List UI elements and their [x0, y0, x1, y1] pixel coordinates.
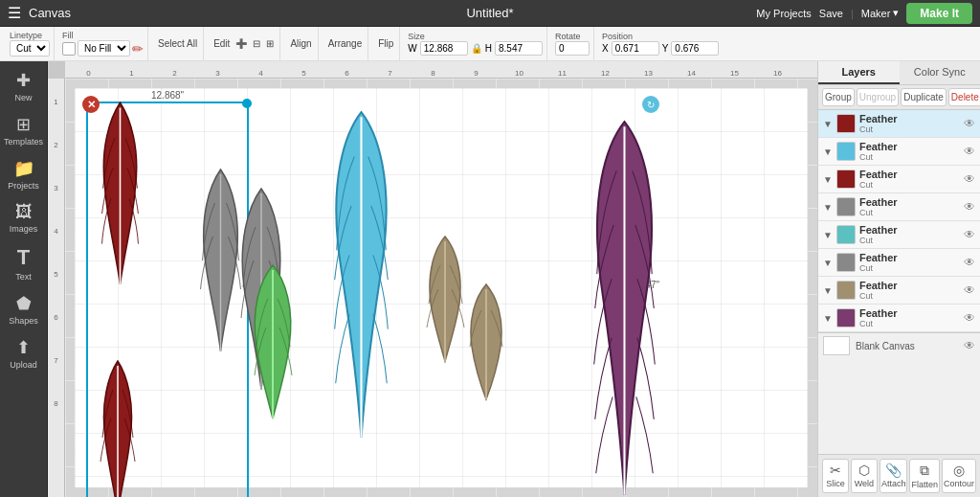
weld-label: Weld [855, 479, 874, 488]
blank-canvas-eye-icon[interactable]: 👁 [964, 339, 975, 352]
panel-tabs: Layers Color Sync [818, 61, 980, 85]
sidebar-label-images: Images [10, 224, 38, 234]
feather-purple[interactable] [582, 117, 668, 497]
sidebar-item-upload[interactable]: ⬆ Upload [3, 332, 45, 374]
layer-name: Feather [859, 169, 960, 180]
canvas-area[interactable]: 0 1 2 3 4 5 6 7 8 9 10 11 12 13 14 15 16 [48, 61, 817, 497]
edit-minus-icon[interactable]: ⊟ [251, 36, 262, 51]
upload-icon: ⬆ [16, 337, 31, 358]
layer-item[interactable]: ▼ Feather Cut 👁 [818, 138, 980, 166]
close-button[interactable]: ✕ [82, 96, 100, 113]
hamburger-icon[interactable]: ☰ [8, 4, 21, 22]
eye-icon[interactable]: 👁 [964, 172, 975, 186]
delete-button[interactable]: Delete [948, 88, 980, 106]
layer-item[interactable]: ▼ Feather Cut 👁 [818, 110, 980, 138]
layer-item[interactable]: ▼ Feather Cut 👁 [818, 305, 980, 332]
eye-icon[interactable]: 👁 [964, 228, 975, 241]
eye-icon[interactable]: 👁 [964, 200, 975, 214]
tab-color-sync[interactable]: Color Sync [900, 61, 981, 84]
layer-name: Feather [859, 252, 960, 263]
edit-grid-icon[interactable]: ⊞ [264, 36, 276, 51]
sidebar-item-images[interactable]: 🖼 Images [3, 197, 45, 238]
toolbar-group-flip: Flip [372, 27, 400, 60]
sidebar-item-projects[interactable]: 📁 Projects [3, 153, 45, 195]
layer-item[interactable]: ▼ Feather Cut 👁 [818, 193, 980, 221]
maker-button[interactable]: Maker ▾ [861, 7, 900, 19]
linetype-select[interactable]: Cut [10, 40, 50, 56]
contour-button[interactable]: ◎ Contour [942, 459, 976, 493]
layer-item[interactable]: ▼ Feather Cut 👁 [818, 166, 980, 193]
feather-taupe-2[interactable] [462, 280, 510, 404]
edit-plus-icon[interactable]: ➕ [234, 36, 249, 51]
attach-button[interactable]: 📎 Attach [880, 459, 908, 493]
feather-teal[interactable] [247, 260, 300, 423]
fill-select[interactable]: No Fill [78, 40, 130, 56]
position-x-input[interactable] [612, 41, 659, 56]
white-canvas[interactable]: ✕ ↻ 12.868" 8.547" [75, 88, 808, 487]
layer-info: Feather Cut [859, 113, 960, 134]
my-projects-button[interactable]: My Projects [756, 8, 811, 19]
eye-icon[interactable]: 👁 [964, 256, 975, 269]
attach-icon: 📎 [885, 463, 902, 478]
sidebar-item-templates[interactable]: ⊞ Templates [3, 109, 45, 151]
lock-icon[interactable]: 🔒 [471, 43, 482, 54]
eye-icon[interactable]: 👁 [964, 117, 975, 130]
save-button[interactable]: Save [819, 8, 843, 19]
panel-actions: Group Ungroup Duplicate Delete [818, 85, 980, 110]
blank-canvas-item[interactable]: Blank Canvas 👁 [818, 332, 980, 358]
layer-info: Feather Cut [859, 169, 960, 190]
select-all-button[interactable]: Select All [156, 36, 199, 51]
flatten-button[interactable]: ⧉ Flatten [909, 459, 940, 493]
layer-sub: Cut [859, 152, 960, 162]
toolbar-group-arrange: Arrange [323, 27, 369, 60]
duplicate-button[interactable]: Duplicate [901, 88, 947, 106]
slice-button[interactable]: ✂ Slice [822, 459, 849, 493]
layer-sub: Cut [859, 263, 960, 273]
eye-icon[interactable]: 👁 [964, 145, 975, 158]
layer-name: Feather [859, 113, 960, 124]
layer-item[interactable]: ▼ Feather Cut 👁 [818, 221, 980, 249]
eye-icon[interactable]: 👁 [964, 311, 975, 325]
canvas-content[interactable]: ✕ ↻ 12.868" 8.547" [65, 79, 817, 497]
ungroup-button[interactable]: Ungroup [857, 88, 899, 106]
feather-blue[interactable] [323, 107, 400, 442]
feather-red-2[interactable] [94, 356, 142, 497]
rotate-input[interactable] [555, 41, 590, 56]
sidebar-item-shapes[interactable]: ⬟ Shapes [3, 288, 45, 330]
slice-icon: ✂ [830, 463, 841, 478]
pencil-icon[interactable]: ✏ [132, 41, 144, 56]
maker-arrow-icon: ▾ [893, 7, 899, 19]
layer-info: Feather Cut [859, 196, 960, 217]
images-icon: 🖼 [15, 202, 33, 222]
slice-label: Slice [826, 479, 845, 488]
edit-button[interactable]: Edit [212, 36, 232, 51]
layer-item[interactable]: ▼ Feather Cut 👁 [818, 277, 980, 305]
make-it-button[interactable]: Make It [906, 3, 972, 24]
sidebar-label-new: New [14, 93, 32, 102]
eye-icon[interactable]: 👁 [964, 283, 975, 297]
layer-thumbnail [836, 253, 856, 272]
feather-red-1[interactable] [94, 98, 146, 289]
layer-item[interactable]: ▼ Feather Cut 👁 [818, 249, 980, 277]
align-button[interactable]: Align [288, 36, 313, 51]
toolbar: Linetype Cut Fill No Fill ✏ Select All E… [0, 27, 980, 61]
flip-button[interactable]: Flip [376, 36, 395, 51]
group-button[interactable]: Group [822, 88, 855, 106]
sidebar-item-text[interactable]: T Text [3, 240, 45, 286]
layer-info: Feather Cut [859, 280, 960, 301]
layer-arrow: ▼ [823, 258, 833, 268]
selection-handle-tr[interactable] [242, 99, 252, 108]
size-w-input[interactable] [420, 41, 468, 56]
weld-button[interactable]: ⬡ Weld [851, 459, 878, 493]
tab-layers[interactable]: Layers [818, 61, 900, 84]
fill-swatch[interactable] [62, 42, 76, 56]
layers-list: ▼ Feather Cut 👁 ▼ Feather Cut 👁 [818, 110, 980, 454]
sidebar-item-new[interactable]: ✚ New [3, 65, 45, 107]
rotate-handle[interactable]: ↻ [642, 96, 659, 113]
left-sidebar: ✚ New ⊞ Templates 📁 Projects 🖼 Images T … [0, 61, 48, 497]
position-y-input[interactable] [671, 41, 719, 56]
arrange-button[interactable]: Arrange [326, 36, 365, 51]
toolbar-group-select-all: Select All [152, 27, 204, 60]
size-h-input[interactable] [495, 41, 543, 56]
layer-name: Feather [859, 196, 960, 208]
